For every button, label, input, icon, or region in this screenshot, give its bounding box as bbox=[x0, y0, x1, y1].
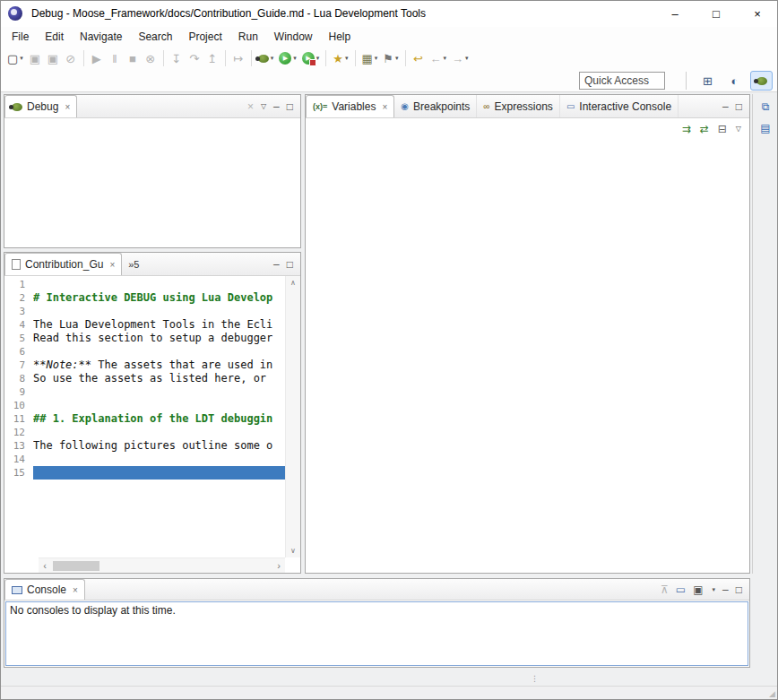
console-output[interactable]: No consoles to display at this time. bbox=[5, 601, 748, 666]
open-console-icon[interactable]: ▣ bbox=[693, 584, 703, 595]
menu-window[interactable]: Window bbox=[266, 28, 321, 46]
maximize-window-button[interactable]: □ bbox=[696, 0, 737, 27]
tab-variables[interactable]: (x)= Variables × bbox=[306, 95, 394, 117]
tab-expressions[interactable]: ∞ Expressions bbox=[477, 95, 560, 117]
toolbar-separator bbox=[325, 50, 326, 66]
line-number: 10 bbox=[4, 400, 33, 411]
disconnect-button[interactable]: ⊗ bbox=[142, 48, 160, 68]
maximize-view-icon[interactable]: □ bbox=[287, 101, 293, 112]
menu-navigate[interactable]: Navigate bbox=[72, 28, 130, 46]
tab-debug[interactable]: Debug × bbox=[4, 95, 77, 117]
menu-edit[interactable]: Edit bbox=[37, 28, 72, 46]
quick-access-input[interactable]: Quick Access bbox=[579, 72, 665, 90]
minimize-view-icon[interactable]: – bbox=[273, 101, 280, 112]
line-number: 13 bbox=[4, 440, 33, 452]
outline-view-icon[interactable]: ▤ bbox=[760, 122, 770, 134]
magic-wand-icon: ★ bbox=[333, 53, 343, 65]
minimize-window-button[interactable]: – bbox=[654, 0, 696, 27]
annotation-nav-button[interactable]: ⚑▾ bbox=[380, 48, 401, 68]
open-element-button[interactable]: ▦▾ bbox=[359, 48, 381, 68]
menu-run[interactable]: Run bbox=[230, 28, 266, 46]
scroll-up-icon[interactable]: ∧ bbox=[290, 279, 296, 287]
use-step-filters-button[interactable]: ↦ bbox=[229, 48, 247, 68]
minimize-view-icon[interactable]: – bbox=[722, 584, 729, 595]
forward-button[interactable]: →▾ bbox=[449, 48, 471, 68]
show-type-names-icon[interactable]: ⇉ bbox=[682, 123, 691, 135]
line-text bbox=[33, 305, 285, 318]
close-tab-icon[interactable]: × bbox=[73, 585, 78, 595]
scroll-left-icon[interactable]: ‹ bbox=[39, 560, 51, 571]
back-button[interactable]: ←▾ bbox=[428, 48, 450, 68]
main-toolbar: ▢▾ ▣ ▣ ⊘ ▶ ‖ ■ ⊗ ↧ ↷ ↥ ↦ ▾ ▶▾ ▶▾ ★▾ ▦▾ ⚑… bbox=[0, 47, 778, 70]
vertical-scrollbar[interactable]: ∧ ∨ bbox=[285, 276, 300, 557]
step-return-button[interactable]: ↥ bbox=[203, 48, 221, 68]
code-line: 7**Note:** The assets that are used in bbox=[4, 359, 285, 372]
dropdown-icon: ▾ bbox=[465, 55, 469, 62]
line-text bbox=[33, 278, 285, 291]
save-button[interactable]: ▣ bbox=[26, 48, 44, 68]
restore-view-icon[interactable]: ⧉ bbox=[762, 100, 770, 113]
scrollbar-thumb[interactable] bbox=[53, 561, 99, 571]
maximize-view-icon[interactable]: □ bbox=[736, 101, 742, 112]
variables-toolbar: ⇉ ⇄ ⊟ ▽ bbox=[306, 118, 749, 140]
view-menu-icon[interactable]: ▽ bbox=[261, 103, 266, 110]
tab-console[interactable]: Console × bbox=[4, 579, 85, 600]
collapse-all-icon[interactable]: ⊟ bbox=[718, 123, 727, 135]
terminate-button[interactable]: ■ bbox=[124, 48, 142, 68]
close-window-button[interactable]: × bbox=[737, 0, 778, 27]
remove-terminated-button[interactable]: × bbox=[247, 101, 254, 112]
line-text-rest: The assets that are used in bbox=[91, 359, 272, 371]
horizontal-scrollbar[interactable]: ‹ › bbox=[39, 557, 285, 573]
minimize-view-icon[interactable]: – bbox=[722, 101, 729, 112]
tab-interactive-console[interactable]: ▭ Interactive Console bbox=[560, 95, 679, 117]
flag-icon: ⚑ bbox=[383, 53, 393, 65]
step-into-icon: ↧ bbox=[171, 53, 181, 65]
pin-console-icon[interactable]: ⊼ bbox=[661, 584, 669, 595]
step-over-button[interactable]: ↷ bbox=[186, 48, 203, 68]
close-tab-icon[interactable]: × bbox=[109, 260, 115, 270]
maximize-view-icon[interactable]: □ bbox=[736, 584, 742, 595]
last-edit-icon: ↩ bbox=[413, 53, 423, 65]
line-number: 3 bbox=[4, 306, 33, 317]
sash-handle[interactable]: ⋮ bbox=[531, 674, 539, 683]
minimize-view-icon[interactable]: – bbox=[273, 259, 280, 270]
open-perspective-icon: ⊞ bbox=[703, 75, 713, 87]
menu-project[interactable]: Project bbox=[180, 28, 229, 46]
debug-button[interactable]: ▾ bbox=[255, 48, 277, 68]
menu-help[interactable]: Help bbox=[321, 28, 359, 46]
menu-file[interactable]: File bbox=[4, 28, 37, 46]
tab-contribution-guide[interactable]: Contribution_Gu × bbox=[4, 253, 122, 275]
close-tab-icon[interactable]: × bbox=[65, 102, 70, 112]
tab-variables-label: Variables bbox=[332, 100, 376, 113]
view-menu-icon[interactable]: ▽ bbox=[736, 125, 741, 133]
scroll-down-icon[interactable]: ∨ bbox=[290, 547, 296, 555]
open-perspective-button[interactable]: ⊞ bbox=[696, 71, 719, 91]
debug-perspective-button[interactable] bbox=[750, 71, 773, 91]
save-all-button[interactable]: ▣ bbox=[44, 48, 62, 68]
resize-grip-icon[interactable]: ◢ bbox=[769, 689, 775, 698]
step-into-button[interactable]: ↧ bbox=[168, 48, 186, 68]
external-tools-button[interactable]: ▶▾ bbox=[299, 48, 323, 68]
maximize-view-icon[interactable]: □ bbox=[287, 259, 293, 270]
skip-breakpoints-button[interactable]: ⊘ bbox=[62, 48, 80, 68]
menu-search[interactable]: Search bbox=[130, 28, 180, 46]
line-text: The following pictures outline some o bbox=[33, 439, 285, 453]
app-logo-icon bbox=[8, 6, 22, 21]
editor-tab-overflow[interactable]: »5 bbox=[122, 253, 145, 275]
lua-perspective-button[interactable]: ◐ bbox=[723, 71, 746, 91]
new-wizard-button[interactable]: ▢▾ bbox=[4, 48, 26, 68]
show-logical-structure-icon[interactable]: ⇄ bbox=[700, 123, 709, 135]
tab-breakpoints[interactable]: ◉ Breakpoints bbox=[394, 95, 477, 117]
display-console-icon[interactable]: ▭ bbox=[676, 584, 686, 595]
dropdown-icon[interactable]: ▾ bbox=[713, 586, 716, 593]
magic-wand-button[interactable]: ★▾ bbox=[330, 48, 350, 68]
console-tab-icon bbox=[12, 586, 22, 594]
last-edit-location-button[interactable]: ↩ bbox=[410, 48, 428, 68]
scroll-right-icon[interactable]: › bbox=[272, 560, 285, 571]
suspend-button[interactable]: ‖ bbox=[106, 48, 124, 68]
line-number: 6 bbox=[4, 346, 33, 358]
code-editor[interactable]: 1 2# Interactive DEBUG using Lua Develop… bbox=[4, 276, 300, 573]
close-tab-icon[interactable]: × bbox=[382, 102, 387, 112]
resume-button[interactable]: ▶ bbox=[88, 48, 106, 68]
run-button[interactable]: ▶▾ bbox=[276, 48, 299, 68]
